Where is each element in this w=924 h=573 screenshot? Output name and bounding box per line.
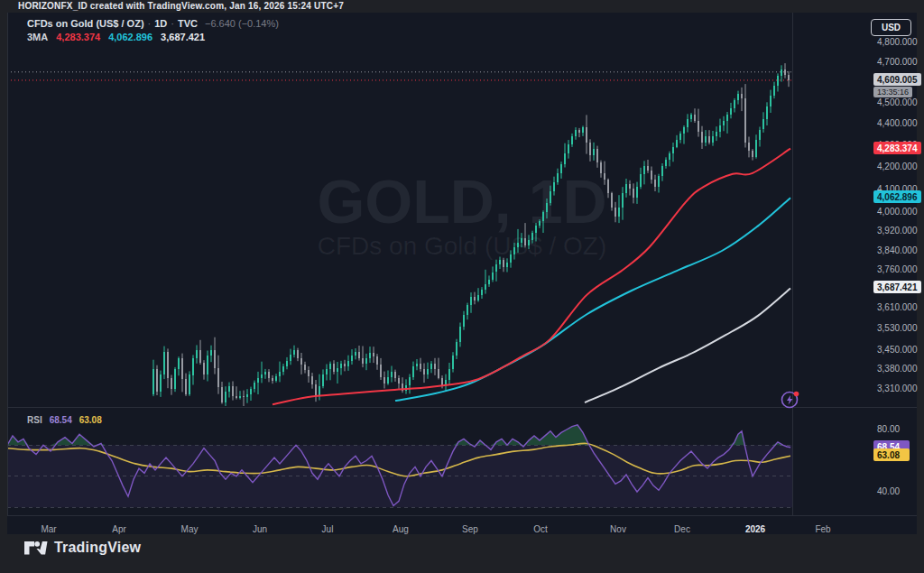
price-tick-label: 4,000.000: [877, 207, 918, 217]
candle: [643, 166, 646, 173]
candle: [474, 297, 476, 300]
rsi-legend-values: 68.5463.08: [42, 415, 102, 425]
candle: [766, 106, 769, 119]
time-axis-label[interactable]: Apr: [112, 524, 126, 534]
candle: [412, 366, 415, 377]
candle: [521, 238, 523, 243]
candle: [160, 374, 162, 392]
candle: [553, 182, 556, 191]
tradingview-wordmark: TradingView: [54, 540, 141, 556]
legend-exchange: TVC: [178, 18, 198, 29]
candle: [784, 69, 787, 75]
time-axis-label[interactable]: Jun: [253, 524, 267, 534]
price-tick-label: 3,840.000: [877, 245, 918, 255]
candle: [257, 378, 260, 384]
candle: [600, 162, 603, 173]
candle: [304, 365, 307, 370]
candle: [189, 374, 191, 394]
time-axis-label[interactable]: Dec: [674, 524, 690, 534]
candles: [152, 63, 790, 406]
candle: [225, 392, 227, 402]
candle: [217, 368, 220, 388]
candle: [174, 369, 177, 389]
candle: [770, 96, 772, 106]
rsi-legend-label[interactable]: RSI: [27, 415, 42, 425]
legend-ma-value: 4,062.896: [108, 32, 152, 42]
currency-toggle-button[interactable]: USD: [871, 19, 911, 36]
candle: [463, 315, 466, 326]
candle: [308, 370, 310, 376]
price-tick-label: 3,760.000: [877, 264, 918, 274]
chart-legend: CFDs on Gold (US$ / OZ)·1D·TVC−6.640 (−0…: [27, 18, 279, 42]
candle: [546, 203, 549, 212]
candle: [268, 372, 271, 378]
candle: [755, 140, 758, 156]
tradingview-mark-icon: [23, 539, 48, 557]
price-tick-label: 4,700.000: [877, 57, 918, 67]
legend-ma-row: 3MA4,283.3744,062.8963,687.421: [27, 32, 279, 42]
candle: [690, 115, 693, 119]
time-axis-label[interactable]: Mar: [41, 524, 56, 534]
candle: [669, 153, 671, 160]
candle: [383, 377, 386, 384]
candle: [683, 127, 686, 134]
candle: [614, 208, 617, 217]
candle: [788, 75, 790, 80]
candle: [694, 115, 697, 121]
candle: [481, 290, 484, 295]
candle: [326, 369, 328, 374]
candle: [586, 127, 588, 143]
time-axis-label[interactable]: Nov: [610, 524, 626, 534]
tradingview-logo[interactable]: TradingView: [23, 539, 141, 557]
candle: [156, 369, 159, 392]
candle: [300, 358, 303, 365]
time-axis-label[interactable]: Jul: [322, 524, 334, 534]
legend-ma-values: 4,283.3744,062.8963,687.421: [48, 32, 205, 42]
legend-separator: ·: [171, 18, 174, 29]
lightning-icon: [780, 389, 801, 411]
candle: [752, 151, 754, 156]
candle: [441, 378, 444, 386]
candle: [282, 366, 285, 372]
candle: [264, 372, 267, 374]
candle: [387, 377, 390, 384]
candle: [373, 353, 375, 356]
candle: [672, 147, 675, 153]
candle: [167, 352, 170, 378]
legend-symbol-title[interactable]: CFDs on Gold (US$ / OZ): [27, 18, 144, 29]
candle: [568, 144, 570, 153]
candle: [661, 166, 664, 176]
candle: [531, 233, 534, 240]
time-axis-label[interactable]: May: [181, 524, 199, 534]
time-axis-label[interactable]: Oct: [533, 524, 548, 534]
time-axis-label[interactable]: Feb: [815, 524, 830, 534]
boost-button[interactable]: [780, 389, 801, 411]
candle: [734, 100, 736, 108]
price-tick-label: 4,200.000: [877, 162, 918, 171]
candle: [420, 364, 422, 370]
time-axis-label[interactable]: Aug: [393, 524, 409, 534]
candle: [651, 171, 653, 180]
candle: [254, 383, 256, 389]
candle: [163, 352, 166, 375]
candle: [539, 221, 541, 226]
legend-interval[interactable]: 1D: [154, 18, 167, 29]
price-tick-label: 4,400.000: [877, 118, 918, 128]
attribution-text: HORIZONFX_ID created with TradingView.co…: [18, 1, 344, 11]
candle: [488, 280, 491, 285]
time-axis-label[interactable]: 2026: [745, 524, 765, 534]
candle: [196, 350, 199, 358]
candle: [210, 350, 213, 356]
candle: [589, 143, 592, 156]
legend-ma-label[interactable]: 3MA: [27, 32, 48, 42]
candle: [243, 396, 245, 398]
time-axis-label[interactable]: Sep: [462, 524, 478, 534]
candle: [246, 394, 249, 398]
candle: [636, 187, 639, 199]
rsi-overbought-fill: [7, 425, 790, 446]
chart-canvas[interactable]: [7, 13, 917, 534]
candle: [171, 378, 173, 389]
candle: [698, 121, 700, 132]
candle: [503, 260, 505, 267]
candle: [723, 121, 725, 125]
